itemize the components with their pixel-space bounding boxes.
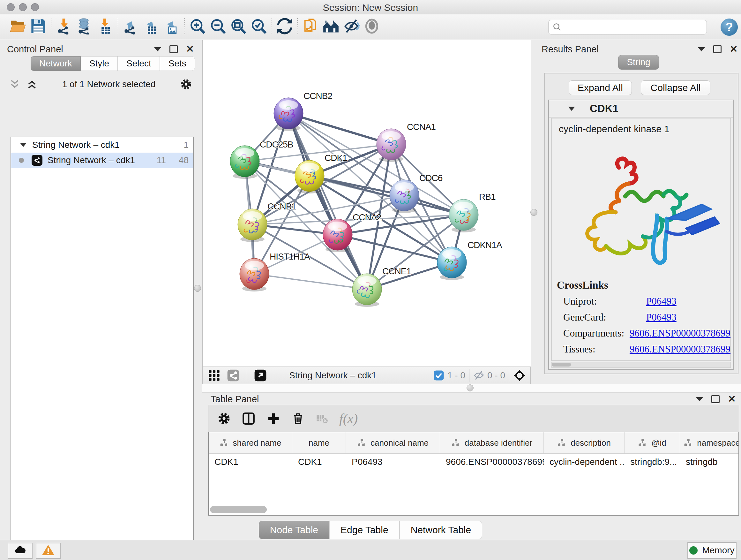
collapse-all-button[interactable]: Collapse All <box>641 80 711 95</box>
save-session-button[interactable] <box>28 17 49 37</box>
expand-all-icon[interactable] <box>26 78 38 90</box>
clone-network-icon <box>302 18 319 36</box>
show-all-button[interactable] <box>361 17 382 37</box>
table-row[interactable]: CDK1CDK1P064939606.ENSP00000378699cyclin… <box>209 454 738 470</box>
table-cell[interactable]: P06493 <box>346 457 440 467</box>
node-CCNE1[interactable]: CCNE1 <box>352 266 411 307</box>
column-header-canonical-name[interactable]: canonical name <box>346 432 440 453</box>
tab-sets[interactable]: Sets <box>160 56 195 71</box>
node-CDKN1A[interactable]: CDKN1A <box>437 240 502 280</box>
crosslink-link[interactable]: 9606.ENSP00000378699 <box>630 327 731 339</box>
table-cell[interactable]: stringdb:9... <box>624 457 680 467</box>
open-session-button[interactable] <box>8 17 28 37</box>
export-image-icon <box>163 18 180 36</box>
export-network-button[interactable] <box>121 17 141 37</box>
memory-button[interactable]: Memory <box>687 542 737 559</box>
table-cell[interactable]: stringdb <box>680 457 739 467</box>
column-header-database-identifier[interactable]: database identifier <box>440 432 544 453</box>
edge-CCNB2-CCNA1[interactable] <box>288 113 391 144</box>
collapse-all-icon[interactable] <box>9 78 20 90</box>
column-header-namespace[interactable]: namespace <box>680 432 739 453</box>
column-header-description[interactable]: description <box>544 432 624 453</box>
control-panel-float-icon[interactable] <box>170 45 178 53</box>
help-button[interactable]: ? <box>721 18 738 36</box>
crosslink-link[interactable]: P06493 <box>646 296 677 307</box>
network-share-icon[interactable] <box>227 369 240 382</box>
first-neighbors-button[interactable] <box>321 17 341 37</box>
table-panel-float-icon[interactable] <box>711 395 720 403</box>
hidden-count: 0 - 0 <box>487 370 505 381</box>
control-panel-close-icon[interactable]: ✕ <box>186 44 194 54</box>
node-RB1[interactable]: RB1 <box>449 192 495 233</box>
network-row[interactable]: String Network – cdk1 11 48 <box>11 152 193 168</box>
control-panel-menu-icon[interactable] <box>154 47 161 51</box>
delete-column-icon[interactable] <box>291 412 305 425</box>
gear-icon[interactable] <box>180 78 192 90</box>
collection-expand-icon[interactable] <box>20 143 26 147</box>
zoom-fit-button[interactable] <box>228 17 249 37</box>
edge-HIST1H1A-CCNE1[interactable] <box>254 274 367 289</box>
selected-checkbox-icon[interactable] <box>433 370 444 381</box>
table-panel-close-icon[interactable]: ✕ <box>728 394 736 404</box>
gene-collapse-icon[interactable] <box>568 107 575 111</box>
open-in-window-icon[interactable] <box>254 369 267 382</box>
table-cell[interactable]: cyclin-dependent ... <box>544 457 624 467</box>
search-input[interactable] <box>565 22 706 33</box>
tab-network[interactable]: Network <box>30 56 81 71</box>
export-table-button[interactable] <box>141 17 161 37</box>
crosslink-link[interactable]: P06493 <box>646 312 677 323</box>
refresh-button[interactable] <box>274 17 295 37</box>
expand-all-button[interactable]: Expand All <box>569 80 632 95</box>
tab-string[interactable]: String <box>618 55 659 70</box>
node-label-RB1: RB1 <box>479 192 495 202</box>
table-cell[interactable]: CDK1 <box>209 457 292 467</box>
left-divider-handle[interactable] <box>194 285 201 292</box>
import-table-button[interactable] <box>95 17 115 37</box>
hide-selected-button[interactable] <box>341 17 361 37</box>
show-columns-icon[interactable] <box>242 412 256 426</box>
results-panel-menu-icon[interactable] <box>698 47 705 51</box>
network-canvas[interactable]: CCNB2CCNA1CDC25BCDK1CDC6RB1CCNB1CCNA2CDK… <box>202 40 531 367</box>
node-CCNA1[interactable]: CCNA1 <box>377 122 435 162</box>
column-header-@id[interactable]: @id <box>624 432 680 453</box>
table-cell[interactable]: 9606.ENSP00000378699 <box>440 457 544 467</box>
table-divider-handle[interactable] <box>467 384 474 391</box>
warning-status-button[interactable] <box>36 543 61 559</box>
tab-edge-table[interactable]: Edge Table <box>329 521 400 539</box>
tab-select[interactable]: Select <box>118 56 160 71</box>
add-column-icon[interactable] <box>266 412 280 426</box>
table-header-row: shared namenamecanonical namedatabase id… <box>209 432 738 454</box>
column-header-shared-name[interactable]: shared name <box>209 432 292 453</box>
crosslink-link[interactable]: 9606.ENSP00000378699 <box>630 344 731 355</box>
tab-network-table[interactable]: Network Table <box>400 521 482 539</box>
crosshair-icon[interactable] <box>513 369 526 382</box>
cytoscape-window: Session: New Session <box>0 0 741 560</box>
gene-section-header[interactable]: CDK1 <box>549 100 733 118</box>
import-network-button[interactable] <box>54 17 74 37</box>
hidden-eye-slash-icon[interactable] <box>473 370 484 381</box>
tab-node-table[interactable]: Node Table <box>259 521 329 539</box>
birds-eye-view-icon[interactable] <box>208 369 220 382</box>
tab-style[interactable]: Style <box>81 56 118 71</box>
table-panel-menu-icon[interactable] <box>696 397 703 401</box>
export-image-button[interactable] <box>161 17 182 37</box>
zoom-in-button[interactable] <box>187 17 208 37</box>
table-cell[interactable]: CDK1 <box>292 457 346 467</box>
zoom-selected-button[interactable] <box>249 17 269 37</box>
table-hscrollbar-thumb[interactable] <box>210 506 267 513</box>
crosslink-link[interactable]: P06493 <box>646 360 677 361</box>
protein-structure-image <box>552 136 731 276</box>
table-gear-icon[interactable] <box>217 412 231 425</box>
clone-network-button[interactable] <box>300 17 321 37</box>
edge-CCNB2-CCNE1[interactable] <box>288 113 367 289</box>
cloud-status-button[interactable] <box>8 543 32 559</box>
column-header-name[interactable]: name <box>292 432 346 453</box>
results-hscrollbar[interactable] <box>551 362 731 368</box>
node-HIST1H1A[interactable]: HIST1H1A <box>240 252 310 292</box>
results-panel-close-icon[interactable]: ✕ <box>730 44 738 54</box>
network-collection-row[interactable]: String Network – cdk1 1 <box>11 137 193 152</box>
results-panel-float-icon[interactable] <box>713 45 722 53</box>
node-CCNB1[interactable]: CCNB1 <box>238 201 296 242</box>
zoom-out-button[interactable] <box>208 17 228 37</box>
import-network-from-database-button[interactable] <box>74 17 95 37</box>
